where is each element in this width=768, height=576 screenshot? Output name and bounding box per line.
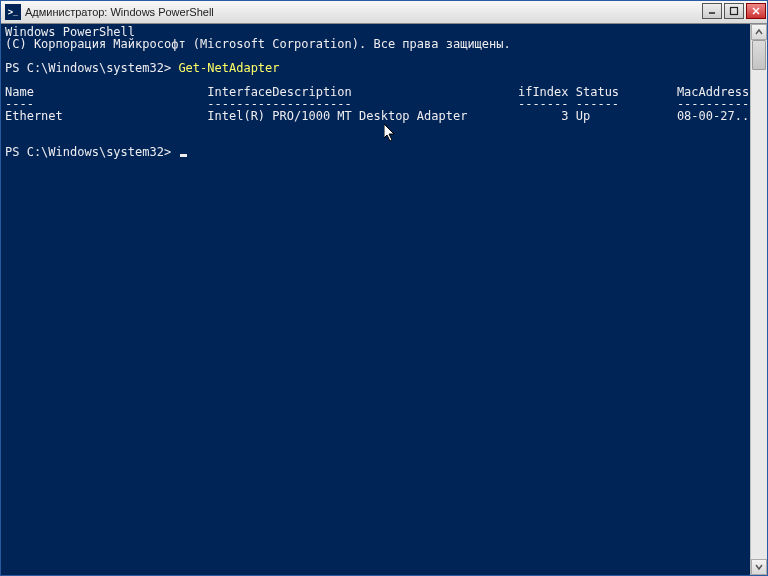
maximize-icon	[729, 6, 739, 16]
minimize-button[interactable]	[702, 3, 722, 19]
scrollbar-thumb[interactable]	[752, 40, 766, 70]
powershell-window: >_ Администратор: Windows PowerShell Win…	[0, 0, 768, 576]
close-icon	[751, 6, 761, 16]
terminal-area: Windows PowerShell (C) Корпорация Майкро…	[1, 24, 767, 575]
svg-rect-1	[731, 8, 738, 15]
minimize-icon	[707, 6, 717, 16]
scroll-down-button[interactable]	[751, 559, 767, 575]
scroll-up-button[interactable]	[751, 24, 767, 40]
close-button[interactable]	[746, 3, 766, 19]
terminal[interactable]: Windows PowerShell (C) Корпорация Майкро…	[1, 24, 750, 575]
titlebar[interactable]: >_ Администратор: Windows PowerShell	[1, 1, 767, 24]
window-title: Администратор: Windows PowerShell	[25, 6, 701, 18]
chevron-down-icon	[755, 563, 763, 571]
window-controls	[701, 1, 767, 23]
scrollbar[interactable]	[750, 24, 767, 575]
chevron-up-icon	[755, 28, 763, 36]
powershell-icon: >_	[5, 4, 21, 20]
scrollbar-track[interactable]	[751, 40, 767, 559]
maximize-button[interactable]	[724, 3, 744, 19]
